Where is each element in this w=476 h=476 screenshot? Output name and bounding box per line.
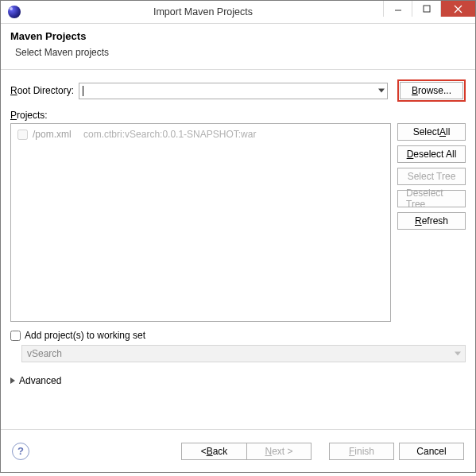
select-all-button[interactable]: Select All: [397, 123, 466, 141]
page-title: Maven Projects: [10, 30, 466, 42]
text-cursor: [83, 86, 83, 96]
list-item[interactable]: /pom.xml com.ctbri:vSearch:0.0.1-SNAPSHO…: [17, 129, 384, 140]
deselect-all-button[interactable]: Deselect All: [397, 145, 466, 163]
maximize-button[interactable]: [412, 1, 440, 17]
select-tree-button: Select Tree: [397, 168, 466, 185]
deselect-tree-button: Deselect Tree: [397, 190, 466, 207]
working-set-combo[interactable]: vSearch: [21, 345, 466, 362]
project-checkbox[interactable]: [17, 130, 28, 140]
close-button[interactable]: [440, 1, 475, 17]
selection-buttons: Select All Deselect All Select Tree Dese…: [397, 123, 466, 322]
browse-highlight: Browse...: [397, 79, 466, 102]
next-button: Next >: [246, 443, 312, 460]
chevron-down-icon: [455, 352, 461, 356]
nav-buttons: < Back Next >: [181, 443, 312, 460]
svg-rect-1: [424, 6, 430, 12]
root-directory-input[interactable]: [79, 83, 388, 99]
window-title: Import Maven Projects: [23, 6, 383, 17]
wizard-footer: ? < Back Next > Finish Cancel: [1, 429, 475, 472]
back-button[interactable]: < Back: [181, 443, 246, 460]
help-button[interactable]: ?: [12, 443, 29, 460]
advanced-toggle[interactable]: Advanced: [10, 375, 466, 386]
browse-button[interactable]: Browse...: [400, 82, 463, 99]
projects-label: Projects:: [10, 110, 466, 121]
wizard-body: Root Directory: Browse... Projects: /pom…: [1, 70, 475, 429]
finish-button: Finish: [329, 443, 394, 460]
projects-area: /pom.xml com.ctbri:vSearch:0.0.1-SNAPSHO…: [10, 123, 466, 322]
window-controls: [383, 1, 475, 23]
dialog-window: Import Maven Projects Maven Projects Sel…: [0, 0, 476, 473]
working-set-value: vSearch: [27, 348, 62, 359]
root-directory-label: Root Directory:: [10, 85, 74, 96]
root-directory-row: Root Directory: Browse...: [10, 79, 466, 102]
projects-list[interactable]: /pom.xml com.ctbri:vSearch:0.0.1-SNAPSHO…: [10, 123, 391, 322]
project-detail: com.ctbri:vSearch:0.0.1-SNAPSHOT:war: [83, 129, 256, 140]
advanced-label: Advanced: [19, 375, 61, 386]
page-subtitle: Select Maven projects: [10, 47, 466, 58]
working-set-row: Add project(s) to working set: [10, 330, 466, 341]
working-set-label: Add project(s) to working set: [25, 330, 145, 341]
app-icon: [6, 3, 23, 21]
working-set-checkbox[interactable]: [10, 331, 21, 341]
cancel-button[interactable]: Cancel: [399, 443, 464, 460]
minimize-button[interactable]: [383, 1, 412, 17]
triangle-right-icon: [10, 377, 15, 384]
project-file: /pom.xml: [33, 129, 72, 140]
chevron-down-icon: [378, 89, 385, 93]
wizard-header: Maven Projects Select Maven projects: [1, 24, 475, 70]
titlebar: Import Maven Projects: [1, 1, 475, 24]
refresh-button[interactable]: Refresh: [397, 212, 466, 230]
